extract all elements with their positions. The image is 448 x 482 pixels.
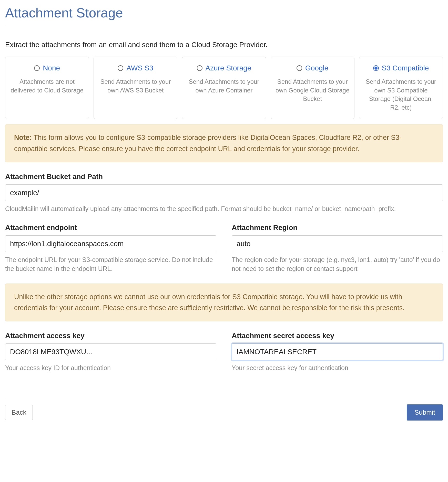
secret-key-field: Attachment secret access key Your secret… — [232, 332, 443, 372]
radio-icon — [297, 65, 302, 71]
provider-desc: Send Attachments to your own S3 Compatib… — [363, 77, 439, 112]
bucket-label: Attachment Bucket and Path — [5, 173, 443, 181]
region-help: The region code for your storage (e.g. n… — [232, 255, 443, 273]
access-key-label: Attachment access key — [5, 332, 216, 340]
provider-title: Azure Storage — [206, 64, 251, 72]
radio-icon — [373, 65, 379, 71]
note-box: Note: This form allows you to configure … — [5, 124, 443, 162]
endpoint-input[interactable] — [5, 235, 216, 252]
provider-card-aws-s3[interactable]: AWS S3 Send Attachments to your own AWS … — [94, 57, 177, 119]
radio-icon — [197, 65, 202, 71]
region-input[interactable] — [232, 235, 443, 252]
provider-title: S3 Compatible — [382, 64, 429, 72]
submit-button[interactable]: Submit — [407, 404, 443, 421]
back-button[interactable]: Back — [5, 405, 33, 420]
secret-key-help: Your secret access key for authenticatio… — [232, 363, 443, 372]
endpoint-label: Attachment endpoint — [5, 224, 216, 232]
endpoint-help: The endpoint URL for your S3-compatible … — [5, 255, 216, 273]
bucket-help: CloudMailin will automatically upload an… — [5, 204, 443, 213]
access-key-field: Attachment access key Your access key ID… — [5, 332, 216, 372]
provider-desc: Send Attachments to your own Azure Conta… — [186, 77, 261, 95]
footer-actions: Back Submit — [5, 398, 443, 421]
credentials-note-text: Unlike the other storage options we cann… — [14, 291, 434, 313]
access-key-input[interactable] — [5, 343, 216, 360]
provider-options-group: None Attachments are not delivered to Cl… — [5, 57, 443, 119]
page-description: Extract the attachments from an email an… — [5, 41, 443, 49]
provider-title: Google — [305, 64, 328, 72]
secret-key-label: Attachment secret access key — [232, 332, 443, 340]
bucket-field: Attachment Bucket and Path CloudMailin w… — [5, 173, 443, 213]
provider-desc: Send Attachments to your own Google Clou… — [275, 77, 350, 103]
region-field: Attachment Region The region code for yo… — [232, 224, 443, 273]
access-key-help: Your access key ID for authentication — [5, 363, 216, 372]
provider-title: AWS S3 — [126, 64, 153, 72]
provider-card-none[interactable]: None Attachments are not delivered to Cl… — [5, 57, 89, 119]
endpoint-field: Attachment endpoint The endpoint URL for… — [5, 224, 216, 273]
region-label: Attachment Region — [232, 224, 443, 232]
provider-title: None — [43, 64, 60, 72]
credentials-note-box: Unlike the other storage options we cann… — [5, 284, 443, 321]
secret-key-input[interactable] — [232, 343, 443, 360]
note-label: Note: — [14, 134, 32, 141]
provider-card-azure[interactable]: Azure Storage Send Attachments to your o… — [182, 57, 266, 119]
page-title: Attachment Storage — [5, 5, 443, 25]
bucket-input[interactable] — [5, 184, 443, 201]
radio-icon — [118, 65, 123, 71]
note-text: This form allows you to configure S3-com… — [14, 134, 402, 152]
provider-card-s3-compatible[interactable]: S3 Compatible Send Attachments to your o… — [359, 57, 443, 119]
radio-icon — [34, 65, 40, 71]
provider-desc: Send Attachments to your own AWS S3 Buck… — [98, 77, 173, 95]
provider-card-google[interactable]: Google Send Attachments to your own Goog… — [271, 57, 354, 119]
provider-desc: Attachments are not delivered to Cloud S… — [9, 77, 85, 95]
